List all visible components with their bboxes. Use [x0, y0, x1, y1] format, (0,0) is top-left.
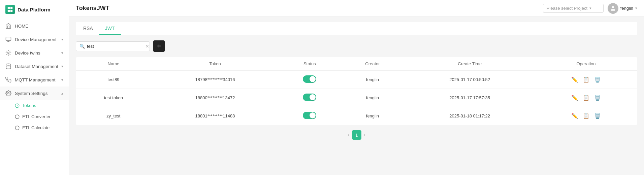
toggle-thumb [310, 94, 316, 100]
delete-icon[interactable]: 🗑️ [594, 95, 601, 101]
project-select-dropdown[interactable]: Please select Project ▾ [543, 4, 604, 13]
svg-point-15 [612, 6, 614, 8]
svg-rect-4 [6, 37, 11, 41]
svg-rect-3 [10, 10, 12, 12]
nav-sub-etl-converter[interactable]: ETL Converter [0, 111, 69, 122]
table-row: test token 18800*********13472 fenglin 2… [76, 89, 637, 107]
tokens-table: Name Token Status Creator Create Time Op… [76, 57, 637, 125]
tab-rsa[interactable]: RSA [77, 22, 99, 35]
nav-mqtt-management[interactable]: MQTT Management ▾ [0, 73, 69, 86]
cell-creator: fenglin [341, 71, 405, 89]
mqtt-icon [5, 77, 11, 83]
system-settings-icon [5, 90, 11, 96]
cell-status [279, 71, 340, 89]
etl-converter-icon [15, 114, 20, 119]
cell-name: zy_test [76, 107, 151, 125]
svg-point-9 [8, 93, 9, 94]
operation-actions: ✏️ 📋 🗑️ [540, 95, 632, 101]
device-management-chevron-icon: ▾ [61, 37, 63, 42]
col-token: Token [151, 57, 279, 71]
pagination: ‹ 1 › [76, 125, 637, 145]
cell-token: 18801*********11488 [151, 107, 279, 125]
topbar-right: Please select Project ▾ fenglin ▾ [543, 3, 637, 14]
nav-tokens-label: Tokens [22, 103, 36, 108]
nav-device-twins[interactable]: Device twins ▾ [0, 46, 69, 60]
logo-icon [5, 5, 15, 14]
pagination-next[interactable]: › [364, 133, 365, 137]
device-twins-icon [5, 50, 11, 56]
nav-sub-tokens[interactable]: Tokens [0, 100, 69, 111]
dataset-management-icon [5, 63, 11, 69]
cell-creator: fenglin [341, 89, 405, 107]
table-row: test89 18798*********34016 fenglin 2025-… [76, 71, 637, 89]
copy-icon[interactable]: 📋 [583, 76, 589, 83]
user-info[interactable]: fenglin ▾ [608, 3, 637, 14]
cell-create-time: 2025-01-18 01:17:22 [405, 107, 535, 125]
delete-icon[interactable]: 🗑️ [594, 113, 601, 119]
nav-device-management-label: Device Management [15, 37, 57, 42]
operation-actions: ✏️ 📋 🗑️ [540, 113, 632, 119]
svg-point-8 [6, 64, 11, 66]
username-label: fenglin [620, 6, 633, 11]
add-button[interactable]: + [153, 40, 165, 52]
col-name: Name [76, 57, 151, 71]
add-button-label: + [157, 42, 161, 50]
nav-dataset-management-label: Dataset Management [15, 64, 58, 69]
nav-device-twins-label: Device twins [15, 50, 40, 56]
svg-rect-1 [10, 7, 12, 9]
cell-name: test token [76, 89, 151, 107]
nav-tokens[interactable]: Tokens [15, 100, 69, 111]
edit-icon[interactable]: ✏️ [571, 113, 578, 119]
cell-operation: ✏️ 📋 🗑️ [535, 107, 637, 125]
main-content: TokensJWT Please select Project ▾ fengli… [69, 0, 644, 175]
project-select-chevron-icon: ▾ [589, 6, 591, 10]
pagination-page-1[interactable]: 1 [352, 130, 361, 140]
cell-token: 18798*********34016 [151, 71, 279, 89]
cell-name: test89 [76, 71, 151, 89]
cell-create-time: 2025-01-17 00:50:52 [405, 71, 535, 89]
edit-icon[interactable]: ✏️ [571, 76, 578, 83]
tokens-table-inner: Name Token Status Creator Create Time Op… [76, 57, 637, 125]
status-toggle[interactable] [303, 112, 316, 119]
svg-point-7 [8, 52, 9, 54]
avatar [608, 3, 618, 14]
operation-actions: ✏️ 📋 🗑️ [540, 76, 632, 83]
nav-home[interactable]: HOME [0, 19, 69, 33]
svg-point-14 [15, 126, 19, 130]
tab-jwt[interactable]: JWT [99, 22, 121, 35]
copy-icon[interactable]: 📋 [583, 113, 589, 119]
edit-icon[interactable]: ✏️ [571, 95, 578, 101]
status-toggle[interactable] [303, 75, 316, 83]
cell-creator: fenglin [341, 107, 405, 125]
topbar: TokensJWT Please select Project ▾ fengli… [69, 0, 644, 17]
nav-etl-converter[interactable]: ETL Converter [15, 111, 69, 122]
delete-icon[interactable]: 🗑️ [594, 76, 601, 83]
app-name: Data Platform [18, 7, 51, 12]
svg-point-13 [15, 115, 19, 119]
etl-calculate-icon [15, 126, 20, 130]
col-operation: Operation [535, 57, 637, 71]
cell-operation: ✏️ 📋 🗑️ [535, 71, 637, 89]
sidebar: Data Platform HOME Device Management ▾ D… [0, 0, 69, 175]
logo-svg [7, 6, 13, 12]
col-creator: Creator [341, 57, 405, 71]
nav-system-settings-label: System Settings [15, 91, 48, 96]
cell-operation: ✏️ 📋 🗑️ [535, 89, 637, 107]
cell-status [279, 107, 340, 125]
toggle-thumb [310, 76, 316, 82]
nav-sub-etl-calculate[interactable]: ETL Calculate [0, 122, 69, 133]
search-input[interactable] [87, 44, 143, 49]
search-box: 🔍 ✕ [76, 41, 150, 51]
copy-icon[interactable]: 📋 [583, 95, 589, 101]
pagination-prev[interactable]: ‹ [348, 133, 349, 137]
nav-system-settings[interactable]: System Settings ▴ [0, 86, 69, 100]
search-clear-icon[interactable]: ✕ [146, 44, 149, 49]
nav-device-management[interactable]: Device Management ▾ [0, 33, 69, 46]
col-create-time: Create Time [405, 57, 535, 71]
nav-etl-calculate-label: ETL Calculate [22, 125, 50, 130]
device-management-icon [5, 36, 11, 42]
nav-etl-calculate[interactable]: ETL Calculate [15, 122, 69, 133]
dataset-management-chevron-icon: ▾ [61, 64, 63, 69]
status-toggle[interactable] [303, 94, 316, 101]
nav-dataset-management[interactable]: Dataset Management ▾ [0, 60, 69, 73]
